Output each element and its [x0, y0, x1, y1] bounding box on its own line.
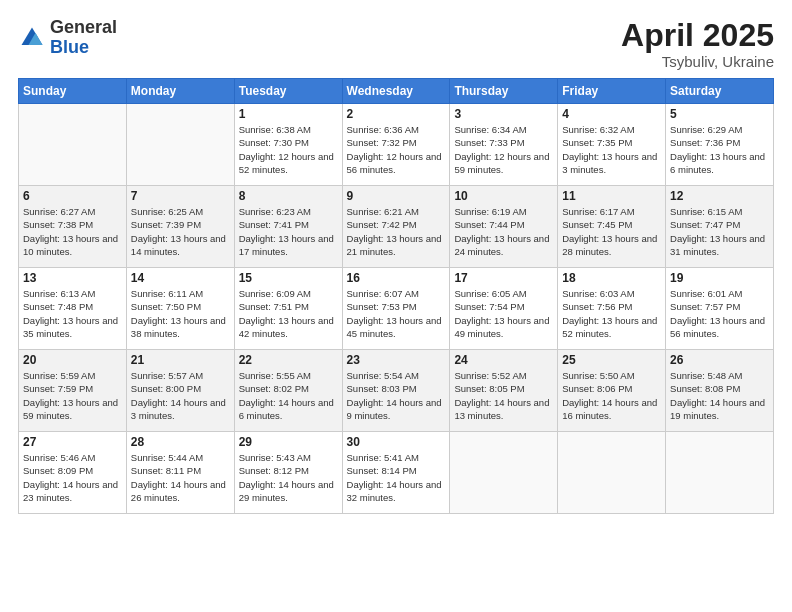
calendar-cell — [19, 104, 127, 186]
calendar-cell: 3Sunrise: 6:34 AM Sunset: 7:33 PM Daylig… — [450, 104, 558, 186]
calendar-cell: 14Sunrise: 6:11 AM Sunset: 7:50 PM Dayli… — [126, 268, 234, 350]
day-number: 9 — [347, 189, 446, 203]
calendar-cell: 6Sunrise: 6:27 AM Sunset: 7:38 PM Daylig… — [19, 186, 127, 268]
day-number: 2 — [347, 107, 446, 121]
logo-general: General — [50, 18, 117, 38]
day-info: Sunrise: 5:59 AM Sunset: 7:59 PM Dayligh… — [23, 369, 122, 422]
logo-text: General Blue — [50, 18, 117, 58]
calendar-cell: 21Sunrise: 5:57 AM Sunset: 8:00 PM Dayli… — [126, 350, 234, 432]
day-number: 28 — [131, 435, 230, 449]
day-info: Sunrise: 5:55 AM Sunset: 8:02 PM Dayligh… — [239, 369, 338, 422]
calendar-cell: 28Sunrise: 5:44 AM Sunset: 8:11 PM Dayli… — [126, 432, 234, 514]
day-number: 3 — [454, 107, 553, 121]
calendar-cell: 13Sunrise: 6:13 AM Sunset: 7:48 PM Dayli… — [19, 268, 127, 350]
day-number: 6 — [23, 189, 122, 203]
day-info: Sunrise: 5:52 AM Sunset: 8:05 PM Dayligh… — [454, 369, 553, 422]
day-number: 5 — [670, 107, 769, 121]
calendar-cell: 2Sunrise: 6:36 AM Sunset: 7:32 PM Daylig… — [342, 104, 450, 186]
calendar-cell: 27Sunrise: 5:46 AM Sunset: 8:09 PM Dayli… — [19, 432, 127, 514]
day-info: Sunrise: 6:25 AM Sunset: 7:39 PM Dayligh… — [131, 205, 230, 258]
calendar-week-row: 6Sunrise: 6:27 AM Sunset: 7:38 PM Daylig… — [19, 186, 774, 268]
calendar-cell: 1Sunrise: 6:38 AM Sunset: 7:30 PM Daylig… — [234, 104, 342, 186]
calendar-cell: 18Sunrise: 6:03 AM Sunset: 7:56 PM Dayli… — [558, 268, 666, 350]
calendar-cell — [666, 432, 774, 514]
calendar-cell — [126, 104, 234, 186]
day-info: Sunrise: 6:13 AM Sunset: 7:48 PM Dayligh… — [23, 287, 122, 340]
logo: General Blue — [18, 18, 117, 58]
day-number: 17 — [454, 271, 553, 285]
day-info: Sunrise: 5:48 AM Sunset: 8:08 PM Dayligh… — [670, 369, 769, 422]
day-number: 16 — [347, 271, 446, 285]
title-location: Tsybuliv, Ukraine — [621, 53, 774, 70]
calendar-header-friday: Friday — [558, 79, 666, 104]
day-info: Sunrise: 5:41 AM Sunset: 8:14 PM Dayligh… — [347, 451, 446, 504]
header: General Blue April 2025 Tsybuliv, Ukrain… — [18, 18, 774, 70]
calendar-cell: 29Sunrise: 5:43 AM Sunset: 8:12 PM Dayli… — [234, 432, 342, 514]
day-number: 27 — [23, 435, 122, 449]
day-info: Sunrise: 6:21 AM Sunset: 7:42 PM Dayligh… — [347, 205, 446, 258]
calendar-cell: 12Sunrise: 6:15 AM Sunset: 7:47 PM Dayli… — [666, 186, 774, 268]
day-info: Sunrise: 6:11 AM Sunset: 7:50 PM Dayligh… — [131, 287, 230, 340]
calendar-cell: 22Sunrise: 5:55 AM Sunset: 8:02 PM Dayli… — [234, 350, 342, 432]
calendar-cell: 15Sunrise: 6:09 AM Sunset: 7:51 PM Dayli… — [234, 268, 342, 350]
calendar-week-row: 27Sunrise: 5:46 AM Sunset: 8:09 PM Dayli… — [19, 432, 774, 514]
day-info: Sunrise: 5:54 AM Sunset: 8:03 PM Dayligh… — [347, 369, 446, 422]
day-info: Sunrise: 6:01 AM Sunset: 7:57 PM Dayligh… — [670, 287, 769, 340]
day-number: 15 — [239, 271, 338, 285]
calendar-header-saturday: Saturday — [666, 79, 774, 104]
day-info: Sunrise: 6:15 AM Sunset: 7:47 PM Dayligh… — [670, 205, 769, 258]
calendar-cell: 20Sunrise: 5:59 AM Sunset: 7:59 PM Dayli… — [19, 350, 127, 432]
calendar-header-monday: Monday — [126, 79, 234, 104]
calendar-cell: 7Sunrise: 6:25 AM Sunset: 7:39 PM Daylig… — [126, 186, 234, 268]
day-info: Sunrise: 6:19 AM Sunset: 7:44 PM Dayligh… — [454, 205, 553, 258]
day-number: 18 — [562, 271, 661, 285]
day-info: Sunrise: 6:17 AM Sunset: 7:45 PM Dayligh… — [562, 205, 661, 258]
calendar-cell: 30Sunrise: 5:41 AM Sunset: 8:14 PM Dayli… — [342, 432, 450, 514]
page: General Blue April 2025 Tsybuliv, Ukrain… — [0, 0, 792, 612]
day-info: Sunrise: 6:09 AM Sunset: 7:51 PM Dayligh… — [239, 287, 338, 340]
day-number: 4 — [562, 107, 661, 121]
day-number: 14 — [131, 271, 230, 285]
day-number: 19 — [670, 271, 769, 285]
day-info: Sunrise: 6:34 AM Sunset: 7:33 PM Dayligh… — [454, 123, 553, 176]
day-info: Sunrise: 6:03 AM Sunset: 7:56 PM Dayligh… — [562, 287, 661, 340]
day-number: 29 — [239, 435, 338, 449]
calendar-cell: 4Sunrise: 6:32 AM Sunset: 7:35 PM Daylig… — [558, 104, 666, 186]
calendar-cell: 10Sunrise: 6:19 AM Sunset: 7:44 PM Dayli… — [450, 186, 558, 268]
calendar-cell: 26Sunrise: 5:48 AM Sunset: 8:08 PM Dayli… — [666, 350, 774, 432]
day-number: 26 — [670, 353, 769, 367]
calendar-week-row: 1Sunrise: 6:38 AM Sunset: 7:30 PM Daylig… — [19, 104, 774, 186]
calendar-cell: 25Sunrise: 5:50 AM Sunset: 8:06 PM Dayli… — [558, 350, 666, 432]
day-number: 13 — [23, 271, 122, 285]
calendar-cell: 24Sunrise: 5:52 AM Sunset: 8:05 PM Dayli… — [450, 350, 558, 432]
calendar-table: SundayMondayTuesdayWednesdayThursdayFrid… — [18, 78, 774, 514]
calendar-cell: 5Sunrise: 6:29 AM Sunset: 7:36 PM Daylig… — [666, 104, 774, 186]
day-info: Sunrise: 6:23 AM Sunset: 7:41 PM Dayligh… — [239, 205, 338, 258]
title-block: April 2025 Tsybuliv, Ukraine — [621, 18, 774, 70]
calendar-cell: 17Sunrise: 6:05 AM Sunset: 7:54 PM Dayli… — [450, 268, 558, 350]
calendar-header-row: SundayMondayTuesdayWednesdayThursdayFrid… — [19, 79, 774, 104]
day-number: 11 — [562, 189, 661, 203]
calendar-cell: 16Sunrise: 6:07 AM Sunset: 7:53 PM Dayli… — [342, 268, 450, 350]
day-number: 22 — [239, 353, 338, 367]
calendar-week-row: 13Sunrise: 6:13 AM Sunset: 7:48 PM Dayli… — [19, 268, 774, 350]
calendar-header-sunday: Sunday — [19, 79, 127, 104]
title-month: April 2025 — [621, 18, 774, 53]
day-info: Sunrise: 6:32 AM Sunset: 7:35 PM Dayligh… — [562, 123, 661, 176]
day-info: Sunrise: 5:46 AM Sunset: 8:09 PM Dayligh… — [23, 451, 122, 504]
calendar-cell: 19Sunrise: 6:01 AM Sunset: 7:57 PM Dayli… — [666, 268, 774, 350]
calendar-cell: 11Sunrise: 6:17 AM Sunset: 7:45 PM Dayli… — [558, 186, 666, 268]
day-info: Sunrise: 6:38 AM Sunset: 7:30 PM Dayligh… — [239, 123, 338, 176]
calendar-cell: 9Sunrise: 6:21 AM Sunset: 7:42 PM Daylig… — [342, 186, 450, 268]
day-number: 24 — [454, 353, 553, 367]
day-number: 1 — [239, 107, 338, 121]
calendar-header-thursday: Thursday — [450, 79, 558, 104]
calendar-header-tuesday: Tuesday — [234, 79, 342, 104]
day-info: Sunrise: 6:36 AM Sunset: 7:32 PM Dayligh… — [347, 123, 446, 176]
day-info: Sunrise: 6:05 AM Sunset: 7:54 PM Dayligh… — [454, 287, 553, 340]
logo-blue: Blue — [50, 38, 117, 58]
calendar-header-wednesday: Wednesday — [342, 79, 450, 104]
day-info: Sunrise: 5:44 AM Sunset: 8:11 PM Dayligh… — [131, 451, 230, 504]
calendar-cell: 8Sunrise: 6:23 AM Sunset: 7:41 PM Daylig… — [234, 186, 342, 268]
day-info: Sunrise: 5:50 AM Sunset: 8:06 PM Dayligh… — [562, 369, 661, 422]
